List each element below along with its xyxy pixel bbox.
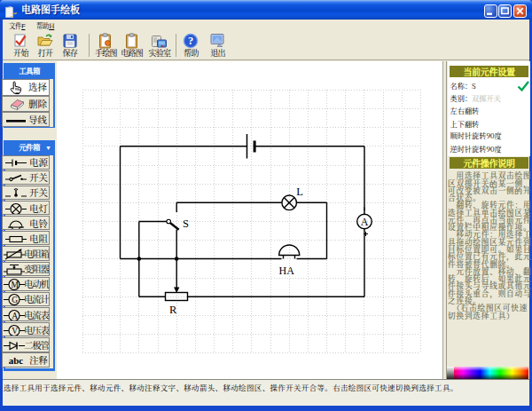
svg-text:HA: HA [279,265,295,277]
svg-text:V: V [12,327,18,336]
svg-text:?: ? [188,35,193,47]
svg-text:S: S [183,217,189,230]
svg-text:G: G [12,296,18,304]
svg-text:A: A [361,216,369,228]
svg-text:A: A [12,312,18,320]
svg-text:L: L [296,186,303,198]
svg-text:R: R [169,304,177,316]
